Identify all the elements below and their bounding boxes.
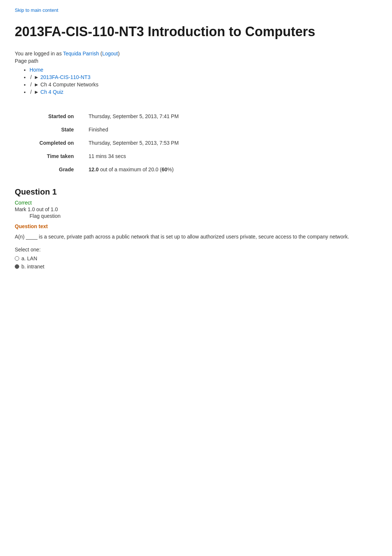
breadcrumb-chapter: / ► Ch 4 Computer Networks	[30, 82, 377, 87]
grade-label: Grade	[37, 163, 81, 176]
breadcrumb-arrow-3: ►	[34, 89, 39, 95]
summary-started-on-row: Started on Thursday, September 5, 2013, …	[37, 110, 186, 123]
main-content: Question 1 Correct Mark 1.0 out of 1.0 F…	[15, 187, 377, 270]
breadcrumb-home: Home	[30, 67, 377, 73]
radio-b	[15, 264, 19, 269]
question1-mark: Mark 1.0 out of 1.0	[15, 206, 377, 212]
question1-body: A(n) ____ is a secure, private path acro…	[15, 233, 377, 241]
breadcrumb-home-link[interactable]: Home	[30, 67, 43, 73]
page-path-label: Page path	[15, 58, 377, 64]
answer-option-a: a. LAN	[15, 255, 377, 261]
breadcrumb-course: / ► 2013FA-CIS-110-NT3	[30, 74, 377, 80]
summary-state-row: State Finished	[37, 123, 186, 136]
started-on-label: Started on	[37, 110, 81, 123]
breadcrumb-course-link[interactable]: 2013FA-CIS-110-NT3	[41, 74, 90, 80]
logout-link[interactable]: Logout	[102, 51, 118, 56]
completed-on-label: Completed on	[37, 136, 81, 150]
summary-time-taken-row: Time taken 11 mins 34 secs	[37, 150, 186, 163]
breadcrumb-separator-3: /	[30, 89, 32, 95]
login-info: You are logged in as Tequida Parrish (Lo…	[15, 51, 377, 56]
time-taken-value: 11 mins 34 secs	[81, 150, 186, 163]
breadcrumb-quiz-link[interactable]: Ch 4 Quiz	[41, 89, 63, 95]
quiz-summary-table: Started on Thursday, September 5, 2013, …	[37, 110, 186, 176]
grade-bold-value: 12.0	[89, 167, 99, 172]
question1-flag[interactable]: Flag question	[30, 213, 377, 219]
breadcrumb-separator-1: /	[30, 74, 32, 80]
login-prefix: You are logged in as	[15, 51, 62, 56]
grade-end: %)	[167, 167, 173, 172]
question1-status: Correct	[15, 200, 377, 206]
grade-rest: out of a maximum of 20.0 (	[99, 167, 161, 172]
breadcrumb-quiz: / ► Ch 4 Quiz	[30, 89, 377, 95]
breadcrumb-arrow-1: ►	[34, 74, 39, 80]
grade-value: 12.0 out of a maximum of 20.0 (60%)	[81, 163, 186, 176]
started-on-value: Thursday, September 5, 2013, 7:41 PM	[81, 110, 186, 123]
question1-heading: Question 1	[15, 187, 377, 197]
grade-percent-bold: 60	[162, 167, 168, 172]
question1-text-label: Question text	[15, 223, 377, 229]
select-one-label: Select one:	[15, 247, 377, 253]
summary-grade-row: Grade 12.0 out of a maximum of 20.0 (60%…	[37, 163, 186, 176]
completed-on-value: Thursday, September 5, 2013, 7:53 PM	[81, 136, 186, 150]
summary-completed-on-row: Completed on Thursday, September 5, 2013…	[37, 136, 186, 150]
state-value: Finished	[81, 123, 186, 136]
radio-a	[15, 256, 19, 261]
breadcrumb-list: Home / ► 2013FA-CIS-110-NT3 / ► Ch 4 Com…	[30, 67, 377, 95]
answer-option-b: b. intranet	[15, 264, 377, 270]
username-link[interactable]: Tequida Parrish	[63, 51, 99, 56]
answer-a-label: a. LAN	[21, 255, 37, 261]
page-title: 2013FA-CIS-110-NT3 Introduction to Compu…	[15, 24, 377, 43]
breadcrumb-chapter-text: Ch 4 Computer Networks	[41, 82, 99, 87]
skip-to-main-link[interactable]: Skip to main content	[15, 7, 377, 13]
breadcrumb-separator-2: /	[30, 82, 32, 87]
state-label: State	[37, 123, 81, 136]
answer-b-label: b. intranet	[21, 264, 44, 270]
breadcrumb-arrow-2: ►	[34, 82, 39, 87]
time-taken-label: Time taken	[37, 150, 81, 163]
